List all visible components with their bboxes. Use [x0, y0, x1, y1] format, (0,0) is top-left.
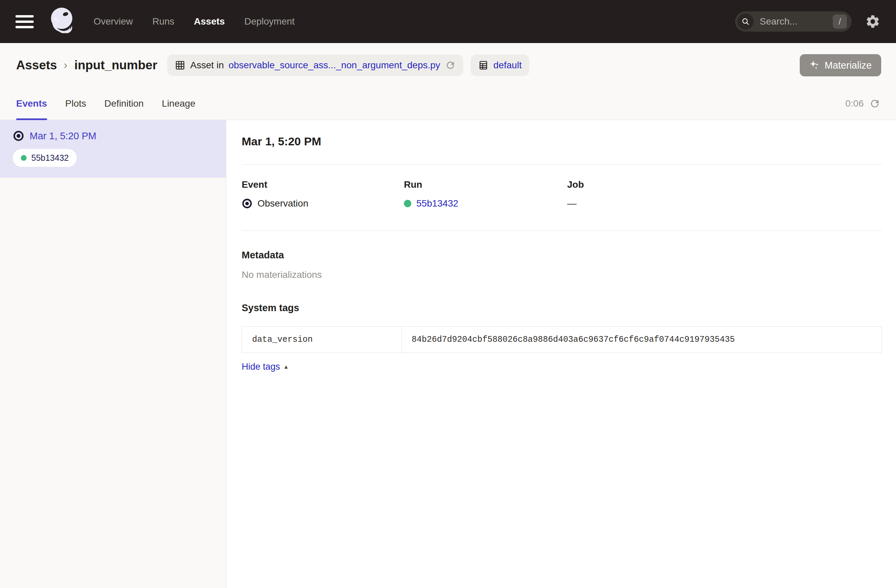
asset-group-badge: default: [471, 55, 529, 76]
observation-eye-icon: [13, 130, 24, 141]
dagster-logo-icon[interactable]: [47, 5, 79, 38]
job-value: —: [567, 198, 577, 209]
top-navigation: Overview Runs Assets Deployment Search..…: [0, 0, 896, 43]
nav-item-runs[interactable]: Runs: [152, 16, 174, 27]
breadcrumb-separator: ›: [64, 58, 67, 71]
tag-value-cell: 84b26d7d9204cbf588026c8a9886d403a6c9637c…: [402, 327, 882, 353]
tab-lineage[interactable]: Lineage: [162, 87, 195, 120]
materialize-button[interactable]: Materialize: [800, 54, 881, 76]
metadata-empty-message: No materializations: [242, 269, 882, 280]
materialize-label: Materialize: [824, 60, 872, 71]
hide-tags-link[interactable]: Hide tags ▲: [242, 362, 289, 372]
breadcrumb: Assets › input_number: [16, 58, 157, 72]
metadata-heading: Metadata: [242, 249, 882, 261]
tab-definition[interactable]: Definition: [104, 87, 144, 120]
tag-key-cell: data_version: [242, 327, 402, 353]
asset-badge-prefix: Asset in: [190, 60, 224, 71]
hide-tags-label: Hide tags: [242, 362, 280, 372]
reload-location-icon[interactable]: [445, 60, 456, 71]
nav-item-deployment[interactable]: Deployment: [244, 16, 294, 27]
event-list-item[interactable]: Mar 1, 5:20 PM 55b13432: [0, 120, 226, 178]
run-id-label: 55b13432: [31, 153, 69, 163]
event-type-value: Observation: [258, 198, 308, 209]
sparkle-icon: [809, 60, 820, 71]
page-title: input_number: [75, 58, 157, 72]
gear-icon[interactable]: [865, 14, 881, 29]
observation-eye-icon: [242, 198, 253, 209]
search-placeholder: Search...: [760, 16, 797, 27]
asset-source-file-link[interactable]: observable_source_ass..._non_argument_de…: [229, 60, 440, 71]
schema-icon: [478, 60, 489, 71]
event-timestamp: Mar 1, 5:20 PM: [30, 131, 96, 141]
event-column-label: Event: [242, 179, 404, 190]
run-status-dot: [21, 155, 27, 161]
divider: [242, 164, 882, 164]
refresh-icon[interactable]: [869, 98, 881, 109]
refresh-countdown: 0:06: [846, 98, 864, 109]
job-column-label: Job: [567, 179, 882, 190]
group-default-link[interactable]: default: [494, 60, 522, 71]
primary-nav: Overview Runs Assets Deployment: [94, 16, 294, 27]
tab-plots[interactable]: Plots: [65, 87, 86, 120]
search-icon: [738, 14, 754, 30]
search-input[interactable]: Search... /: [735, 11, 852, 32]
table-grid-icon: [175, 60, 186, 71]
nav-item-assets[interactable]: Assets: [194, 16, 225, 27]
event-list-sidebar: Mar 1, 5:20 PM 55b13432: [0, 120, 226, 588]
table-row: data_version 84b26d7d9204cbf588026c8a988…: [242, 327, 882, 353]
event-detail-title: Mar 1, 5:20 PM: [242, 135, 882, 148]
page-header: Assets › input_number Asset in observabl…: [0, 43, 896, 87]
nav-item-overview[interactable]: Overview: [94, 16, 133, 27]
run-id-link[interactable]: 55b13432: [416, 198, 459, 209]
system-tags-table: data_version 84b26d7d9204cbf588026c8a988…: [242, 326, 882, 353]
system-tags-heading: System tags: [242, 302, 882, 313]
search-shortcut-key: /: [833, 14, 847, 29]
menu-icon[interactable]: [15, 15, 34, 28]
chevron-up-icon: ▲: [283, 364, 289, 370]
asset-location-badge: Asset in observable_source_ass..._non_ar…: [167, 55, 463, 76]
event-detail-panel: Mar 1, 5:20 PM Event Observation Run 55b…: [226, 120, 896, 588]
run-id-pill[interactable]: 55b13432: [13, 149, 77, 167]
run-status-dot: [404, 200, 411, 207]
tab-events[interactable]: Events: [16, 87, 47, 120]
run-column-label: Run: [404, 179, 567, 190]
breadcrumb-assets-link[interactable]: Assets: [16, 58, 57, 72]
asset-tabs-bar: Events Plots Definition Lineage 0:06: [0, 87, 896, 120]
